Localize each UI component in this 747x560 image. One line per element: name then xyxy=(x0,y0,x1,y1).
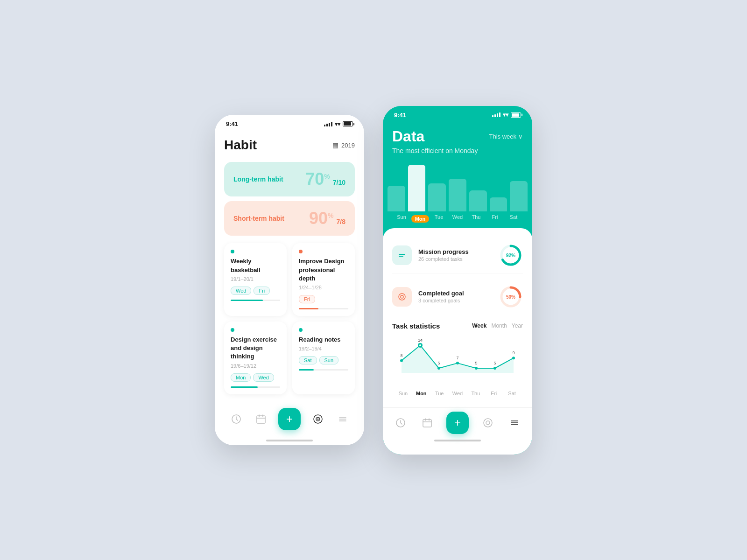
nav-add-2[interactable]: + xyxy=(446,412,469,434)
bar-label-sat[interactable]: Sat xyxy=(504,214,523,223)
progress-bar-basketball xyxy=(231,300,280,301)
tag-fri-2: Fri xyxy=(299,295,315,303)
stats-tab-year[interactable]: Year xyxy=(512,322,523,329)
mission-pct-label: 92% xyxy=(506,252,515,258)
battery-icon xyxy=(343,121,353,126)
mission-progress-title: Mission progress xyxy=(418,248,492,255)
completed-goal-info: Completed goal 3 completed goals xyxy=(418,290,492,303)
svg-point-4 xyxy=(317,418,318,420)
task-dot-reading xyxy=(299,328,303,332)
nav-clock-2[interactable] xyxy=(393,415,408,430)
stats-tab-week[interactable]: Week xyxy=(472,322,486,329)
svg-text:8: 8 xyxy=(400,353,402,357)
bar-label-wed[interactable]: Wed xyxy=(448,214,467,223)
svg-point-24 xyxy=(493,367,496,370)
svg-point-9 xyxy=(399,294,405,300)
battery-icon-2 xyxy=(511,112,521,118)
completed-goal-card[interactable]: Completed goal 3 completed goals 50% xyxy=(392,279,523,315)
bottom-nav-1: + xyxy=(215,402,364,440)
year-label: 2019 xyxy=(341,142,355,149)
bar-chart-labels: SunMonTueWedThuFriSat xyxy=(383,211,532,228)
short-term-card[interactable]: Short-term habit 90% 7/8 xyxy=(224,201,355,236)
line-day-tue[interactable]: Tue xyxy=(430,391,449,396)
bar-chart xyxy=(383,160,532,211)
tag-wed-2: Wed xyxy=(253,373,274,382)
line-day-sun[interactable]: Sun xyxy=(394,391,412,396)
phone-data: 9:41 ▾▾ Data This week ∨ The most effici… xyxy=(383,106,532,455)
bar-label-tue[interactable]: Tue xyxy=(430,214,448,223)
svg-point-31 xyxy=(486,421,490,425)
mission-progress-icon xyxy=(392,245,412,265)
stats-tab-month[interactable]: Month xyxy=(491,322,507,329)
task-card-design-exercise[interactable]: Design exercise and design thinking 19/6… xyxy=(224,322,287,394)
svg-point-18 xyxy=(437,367,440,370)
bar-label-thu[interactable]: Thu xyxy=(467,214,486,223)
task-grid: Weekly basketball 19/1–20/1 Wed Fri Impr… xyxy=(215,236,364,401)
bar-col-mon xyxy=(408,165,426,211)
completed-goal-pct-label: 50% xyxy=(506,294,515,299)
task-card-basketball[interactable]: Weekly basketball 19/1–20/1 Wed Fri xyxy=(224,243,287,316)
home-indicator-2 xyxy=(434,440,481,441)
line-day-thu[interactable]: Thu xyxy=(466,391,485,396)
time-1: 9:41 xyxy=(226,120,238,127)
progress-bar-reading xyxy=(299,369,348,371)
task-date-design-exercise: 19/6–19/12 xyxy=(231,363,280,369)
this-week-selector[interactable]: This week ∨ xyxy=(489,133,523,140)
task-name-basketball: Weekly basketball xyxy=(231,257,280,274)
bar-col-fri xyxy=(490,197,507,211)
mission-progress-sub: 26 completed tasks xyxy=(418,256,492,262)
stats-header: Task statistics Week Month Year xyxy=(392,322,523,330)
svg-point-20 xyxy=(456,362,459,364)
nav-list-2[interactable] xyxy=(507,415,522,430)
long-term-label: Long-term habit xyxy=(233,175,283,183)
long-term-card[interactable]: Long-term habit 70% 7/10 xyxy=(224,162,355,196)
tag-sun: Sun xyxy=(319,356,339,364)
completed-goal-sub: 3 completed goals xyxy=(418,298,492,303)
nav-calendar-2[interactable] xyxy=(420,415,435,430)
line-chart-days: SunMonTueWedThuFriSat xyxy=(392,391,523,396)
nav-calendar-1[interactable] xyxy=(254,412,268,427)
wifi-icon-2: ▾▾ xyxy=(503,112,508,118)
line-day-wed[interactable]: Wed xyxy=(449,391,467,396)
svg-rect-5 xyxy=(399,254,405,255)
nav-add-1[interactable]: + xyxy=(278,408,301,430)
mission-progress-card[interactable]: Mission progress 26 completed tasks 92% xyxy=(392,238,523,273)
data-header: Data This week ∨ The most efficient on M… xyxy=(383,121,532,160)
short-term-pct: 90% xyxy=(309,209,334,228)
line-day-fri[interactable]: Fri xyxy=(485,391,503,396)
nav-target-1[interactable] xyxy=(310,412,325,427)
status-icons-1: ▾▾ xyxy=(324,121,353,127)
svg-text:14: 14 xyxy=(418,337,423,342)
bar-col-sat xyxy=(510,181,528,211)
svg-point-22 xyxy=(475,367,478,370)
tag-fri: Fri xyxy=(254,287,270,295)
completed-goal-icon xyxy=(392,287,412,307)
year-badge[interactable]: ▦ 2019 xyxy=(332,141,355,149)
nav-target-2[interactable] xyxy=(480,415,495,430)
status-bar-1: 9:41 ▾▾ xyxy=(215,115,364,130)
bar-col-wed xyxy=(449,179,466,211)
bar-label-sun[interactable]: Sun xyxy=(392,214,411,223)
line-day-sat[interactable]: Sat xyxy=(503,391,521,396)
time-2: 9:41 xyxy=(394,112,406,119)
task-card-design-depth[interactable]: Improve Design professional depth 1/24–1… xyxy=(292,243,355,316)
task-tags-design-depth: Fri xyxy=(299,295,348,303)
svg-text:5: 5 xyxy=(493,361,496,365)
nav-list-1[interactable] xyxy=(335,412,350,427)
completed-goal-title: Completed goal xyxy=(418,290,492,297)
task-dot-exercise xyxy=(231,328,234,332)
task-card-reading[interactable]: Reading notes 19/2–19/4 Sat Sun xyxy=(292,322,355,394)
habit-title: Habit xyxy=(224,138,257,153)
stats-title: Task statistics xyxy=(392,322,440,330)
data-title-row: Data This week ∨ xyxy=(392,128,523,145)
task-tags-design-exercise: Mon Wed xyxy=(231,373,280,382)
mission-progress-donut: 92% xyxy=(499,243,523,267)
bar-label-fri[interactable]: Fri xyxy=(486,214,504,223)
tag-mon: Mon xyxy=(231,373,251,382)
line-day-mon[interactable]: Mon xyxy=(412,391,430,396)
bar-col-tue xyxy=(428,183,446,211)
task-tags-reading: Sat Sun xyxy=(299,356,348,364)
nav-clock-1[interactable] xyxy=(229,412,244,427)
task-dot-basketball xyxy=(231,250,234,253)
svg-text:9: 9 xyxy=(512,350,514,355)
